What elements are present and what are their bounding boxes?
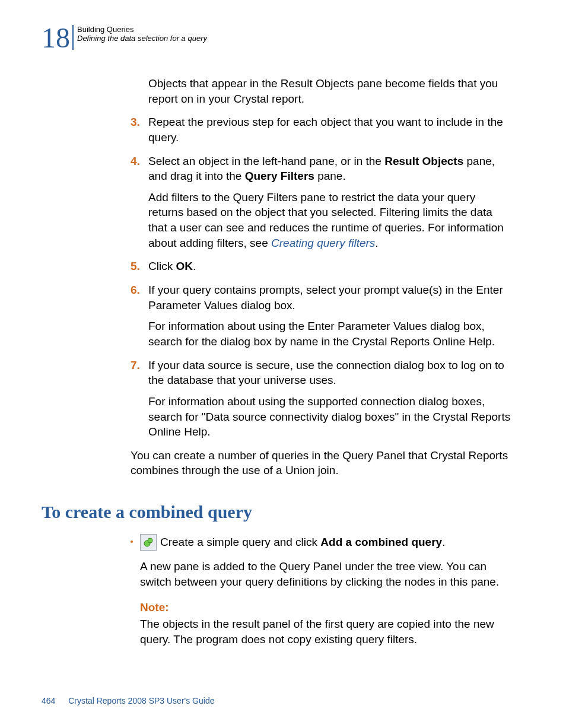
step-number: 4. (131, 154, 142, 169)
section-body: Create a simple query and click Add a co… (131, 534, 513, 647)
page-container: 18 Building Queries Defining the data se… (0, 0, 566, 728)
text-run: Create a simple query and click (160, 536, 320, 548)
text-run: . (193, 260, 196, 272)
bold-run: OK (176, 260, 193, 272)
text-run: . (375, 237, 378, 249)
header-subtitle: Defining the data selection for a query (77, 34, 207, 43)
step-number: 6. (131, 282, 142, 298)
step-number: 7. (131, 358, 142, 373)
footer-doc-title: Crystal Reports 2008 SP3 User's Guide (68, 696, 214, 705)
note-text: The objects in the result panel of the f… (140, 616, 513, 647)
step-text: Click OK. (148, 259, 513, 274)
step-number: 3. (131, 115, 142, 130)
text-run: . (442, 536, 445, 548)
bullet-paragraph: A new pane is added to the Query Panel u… (140, 559, 513, 589)
closing-paragraph: You can create a number of queries in th… (131, 448, 513, 478)
step-7: 7. If your data source is secure, use th… (131, 358, 513, 388)
bold-run: Result Objects (384, 155, 463, 167)
step-7-paragraph: For information about using the supporte… (148, 394, 513, 440)
bullet-text: Create a simple query and click Add a co… (160, 535, 445, 550)
step-text: If your data source is secure, use the c… (148, 358, 513, 388)
page-footer: 464 Crystal Reports 2008 SP3 User's Guid… (42, 696, 214, 705)
step-6: 6. If your query contains prompts, selec… (131, 282, 513, 313)
add-combined-query-icon (140, 534, 157, 551)
header-text-block: Building Queries Defining the data selec… (77, 24, 207, 43)
bold-run: Add a combined query (320, 536, 442, 548)
step-5: 5. Click OK. (131, 259, 513, 274)
body-content: Objects that appear in the Result Object… (131, 76, 513, 478)
step-4-paragraph: Add filters to the Query Filters pane to… (148, 190, 513, 251)
link-creating-query-filters[interactable]: Creating query filters (271, 237, 375, 249)
bullet-body: Create a simple query and click Add a co… (140, 534, 513, 551)
bullet-dot-icon (131, 541, 133, 543)
step-text: Repeat the previous step for each object… (148, 115, 513, 145)
bullet-item: Create a simple query and click Add a co… (131, 534, 513, 551)
text-run: Select an object in the left-hand pane, … (148, 155, 384, 167)
page-number: 464 (42, 696, 55, 705)
step-3: 3. Repeat the previous step for each obj… (131, 115, 513, 145)
text-run: pane. (314, 170, 346, 182)
header-divider (72, 25, 74, 50)
intro-paragraph: Objects that appear in the Result Object… (148, 76, 513, 106)
step-4: 4. Select an object in the left-hand pan… (131, 154, 513, 184)
chapter-number: 18 (42, 24, 70, 52)
header-title: Building Queries (77, 25, 207, 34)
step-6-paragraph: For information about using the Enter Pa… (148, 319, 513, 349)
step-text: If your query contains prompts, select y… (148, 282, 513, 313)
bold-run: Query Filters (245, 170, 314, 182)
text-run: Click (148, 260, 176, 272)
step-text: Select an object in the left-hand pane, … (148, 154, 513, 184)
section-heading: To create a combined query (42, 502, 513, 522)
note-label: Note: (140, 600, 513, 615)
page-header: 18 Building Queries Defining the data se… (42, 24, 513, 52)
svg-point-1 (148, 538, 152, 543)
step-number: 5. (131, 259, 142, 274)
